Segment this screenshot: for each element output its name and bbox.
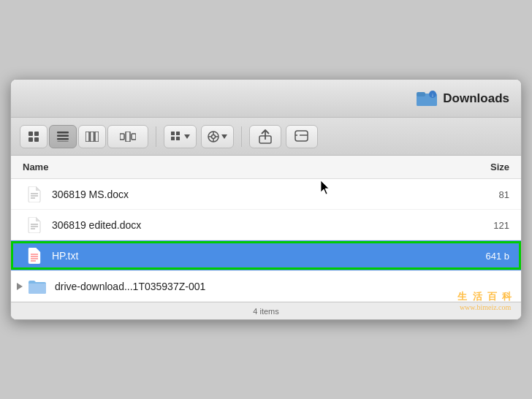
svg-rect-17 [126,132,130,142]
svg-marker-45 [17,283,23,290]
file-icon-cell [11,248,46,264]
file-list: 306819 MS.docx 81 [11,179,521,302]
column-headers: Name Size [11,156,521,179]
svg-rect-10 [57,134,69,137]
svg-rect-5 [28,132,33,136]
icon-view-button[interactable] [20,125,48,148]
svg-rect-6 [34,132,39,136]
svg-rect-12 [57,141,69,142]
tag-button[interactable] [286,125,318,148]
svg-rect-7 [28,137,33,142]
svg-rect-14 [91,132,94,142]
svg-rect-15 [95,132,99,142]
file-name: 306819 edited.docx [52,219,141,231]
svg-rect-13 [86,132,89,142]
list-view-button[interactable] [49,125,77,148]
svg-rect-21 [171,137,175,140]
file-row[interactable]: drive-download...1T035937Z-001 [11,271,521,302]
txt-icon [28,248,41,264]
svg-rect-11 [57,138,69,140]
docx-icon [28,186,41,202]
title-bar-content: ↓ Downloads [417,90,509,107]
name-column-header[interactable]: Name [11,162,433,172]
toolbar [11,118,521,156]
file-icon-cell [11,217,46,233]
file-name: HP.txt [52,250,78,262]
file-name-cell: 306819 edited.docx [46,218,433,232]
column-view-button[interactable] [78,125,106,148]
cover-flow-button[interactable] [107,125,148,148]
folder-icon [28,279,46,294]
size-column-header[interactable]: Size [433,162,521,172]
svg-rect-19 [171,132,175,135]
svg-rect-9 [57,132,69,134]
arrange-button[interactable] [164,125,197,148]
svg-marker-30 [221,134,227,139]
file-row-selected[interactable]: HP.txt 641 b [11,240,521,271]
status-text: 4 items [253,307,278,316]
svg-rect-18 [132,134,136,140]
file-size: 641 b [485,251,509,262]
toolbar-separator-1 [156,126,156,147]
svg-rect-22 [176,137,180,140]
file-icon-cell [23,279,49,294]
file-name-cell: 306819 MS.docx [46,188,433,201]
file-icon-cell [11,186,46,202]
triangle-right-icon [17,283,23,290]
file-size: 81 [499,189,509,200]
svg-rect-32 [295,131,308,141]
file-size: 121 [493,220,509,231]
toolbar-separator-2 [241,126,242,147]
title-bar: ↓ Downloads [11,80,521,118]
file-name: drive-download...1T035937Z-001 [55,281,205,292]
file-name-cell: HP.txt [46,249,433,262]
file-size-cell: 81 [433,188,521,201]
file-row[interactable]: 306819 edited.docx 121 [11,210,521,240]
file-size-cell: 121 [433,218,521,232]
share-button[interactable] [249,125,281,148]
svg-rect-16 [120,134,124,140]
file-name: 306819 MS.docx [52,189,129,200]
svg-rect-2 [417,92,425,96]
action-button[interactable] [201,125,234,148]
svg-text:↓: ↓ [432,92,435,97]
finder-window: ↓ Downloads [10,79,522,320]
downloads-folder-icon: ↓ [417,90,437,107]
window-title: Downloads [443,91,509,106]
status-bar: 4 items [11,302,521,319]
file-name-cell: drive-download...1T035937Z-001 [49,280,433,293]
svg-point-25 [212,134,216,138]
view-buttons-group [20,125,148,148]
file-size-cell: 641 b [433,249,521,262]
svg-marker-23 [184,134,190,139]
expand-arrow[interactable] [11,283,23,290]
svg-rect-8 [34,137,39,142]
svg-rect-20 [176,132,180,135]
file-row[interactable]: 306819 MS.docx 81 [11,179,521,210]
docx-icon [28,217,41,233]
